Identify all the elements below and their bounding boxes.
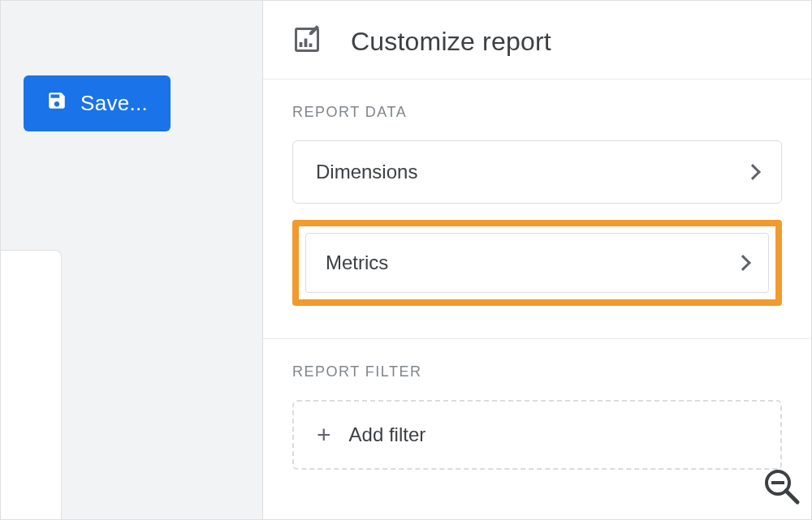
report-data-label: REPORT DATA bbox=[292, 104, 782, 121]
save-button[interactable]: Save... bbox=[24, 75, 171, 131]
chevron-right-icon bbox=[745, 164, 761, 180]
left-panel: Save... bbox=[1, 1, 263, 519]
add-filter-button[interactable]: + Add filter bbox=[292, 400, 782, 470]
svg-line-6 bbox=[786, 491, 797, 502]
dimensions-label: Dimensions bbox=[316, 161, 417, 183]
add-filter-label: Add filter bbox=[349, 423, 426, 446]
right-panel: Customize report REPORT DATA Dimensions … bbox=[263, 1, 811, 519]
report-filter-section: REPORT FILTER + Add filter bbox=[263, 339, 811, 486]
customize-icon bbox=[292, 25, 322, 58]
metrics-label: Metrics bbox=[326, 251, 388, 274]
chevron-right-icon bbox=[735, 255, 751, 271]
plus-icon: + bbox=[317, 423, 331, 447]
save-icon bbox=[46, 90, 67, 117]
metrics-option[interactable]: Metrics bbox=[305, 233, 769, 293]
left-white-tab bbox=[1, 250, 62, 519]
panel-header: Customize report bbox=[263, 1, 811, 80]
metrics-option-highlight: Metrics bbox=[292, 220, 782, 306]
app-container: Save... Customize report REPORT DATA Dim… bbox=[0, 0, 812, 520]
report-data-section: REPORT DATA Dimensions Metrics bbox=[263, 80, 811, 339]
dimensions-option[interactable]: Dimensions bbox=[292, 140, 782, 204]
save-button-label: Save... bbox=[80, 91, 148, 116]
report-filter-label: REPORT FILTER bbox=[292, 363, 782, 380]
zoom-out-button[interactable] bbox=[762, 466, 801, 509]
page-title: Customize report bbox=[351, 27, 551, 57]
